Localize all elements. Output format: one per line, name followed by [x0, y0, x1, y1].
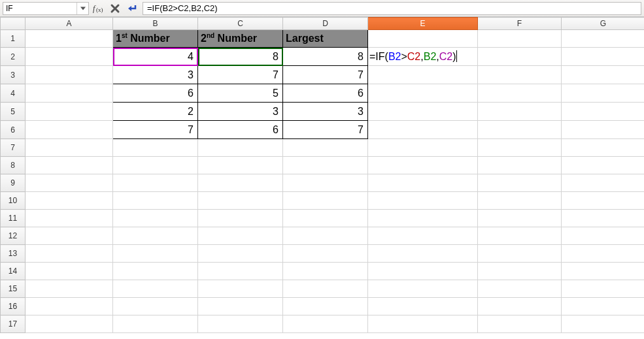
cell-E1[interactable]: [368, 30, 478, 48]
cell-D5[interactable]: 3: [283, 103, 368, 121]
select-all-corner[interactable]: [1, 18, 25, 30]
cell[interactable]: [283, 210, 368, 227]
cell[interactable]: [283, 263, 368, 280]
col-header-F[interactable]: F: [478, 18, 562, 30]
cell-E4[interactable]: [368, 84, 478, 103]
cell-G5[interactable]: [562, 103, 645, 121]
cell[interactable]: [562, 139, 645, 157]
cell-D4[interactable]: 6: [283, 84, 368, 103]
cell[interactable]: [198, 174, 283, 192]
cell[interactable]: [368, 245, 478, 263]
cell[interactable]: [198, 210, 283, 227]
row-header-8[interactable]: 8: [1, 157, 25, 174]
cell-A6[interactable]: [25, 121, 113, 139]
cell[interactable]: [198, 298, 283, 315]
cell-D3[interactable]: 7: [283, 66, 368, 84]
cell-F2[interactable]: [478, 48, 562, 66]
cell[interactable]: [113, 139, 198, 157]
cell[interactable]: [562, 157, 645, 174]
cell-E6[interactable]: [368, 121, 478, 139]
cell[interactable]: [198, 139, 283, 157]
row-header-2[interactable]: 2: [1, 48, 25, 66]
cell[interactable]: [198, 192, 283, 210]
name-box-dropdown[interactable]: [76, 3, 88, 14]
cell[interactable]: [562, 210, 645, 227]
cell[interactable]: [113, 263, 198, 280]
cell[interactable]: [283, 298, 368, 315]
row-header-5[interactable]: 5: [1, 103, 25, 121]
cell-B1[interactable]: 1st Number: [113, 30, 198, 48]
cell[interactable]: [478, 263, 562, 280]
cancel-button[interactable]: [107, 1, 123, 16]
cell[interactable]: [25, 263, 113, 280]
cell[interactable]: [113, 210, 198, 227]
cell[interactable]: [478, 315, 562, 333]
cell[interactable]: [25, 280, 113, 298]
cell[interactable]: [562, 298, 645, 315]
cell[interactable]: [562, 174, 645, 192]
cell[interactable]: [198, 280, 283, 298]
cell[interactable]: [198, 157, 283, 174]
name-box[interactable]: [3, 2, 89, 15]
cell-F4[interactable]: [478, 84, 562, 103]
row-header-14[interactable]: 14: [1, 263, 25, 280]
col-header-A[interactable]: A: [25, 18, 113, 30]
cell-G1[interactable]: [562, 30, 645, 48]
row-header-10[interactable]: 10: [1, 192, 25, 210]
cell[interactable]: [562, 263, 645, 280]
cell-F3[interactable]: [478, 66, 562, 84]
cell-E5[interactable]: [368, 103, 478, 121]
cell[interactable]: [25, 139, 113, 157]
cell[interactable]: [113, 227, 198, 245]
cell-C2[interactable]: 8: [198, 48, 283, 66]
row-header-6[interactable]: 6: [1, 121, 25, 139]
cell[interactable]: [198, 227, 283, 245]
cell[interactable]: [478, 227, 562, 245]
cell[interactable]: [283, 139, 368, 157]
cell-D1[interactable]: Largest: [283, 30, 368, 48]
cell[interactable]: [113, 192, 198, 210]
row-header-17[interactable]: 17: [1, 315, 25, 333]
cell[interactable]: [368, 157, 478, 174]
cell[interactable]: [562, 315, 645, 333]
cell[interactable]: [368, 298, 478, 315]
name-box-input[interactable]: [3, 3, 76, 14]
cell[interactable]: [478, 174, 562, 192]
cell[interactable]: [478, 210, 562, 227]
cell[interactable]: [283, 245, 368, 263]
col-header-E[interactable]: E: [368, 18, 478, 30]
function-wizard-button[interactable]: f (x): [90, 1, 106, 16]
cell-F6[interactable]: [478, 121, 562, 139]
cell-D6[interactable]: 7: [283, 121, 368, 139]
row-header-13[interactable]: 13: [1, 245, 25, 263]
row-header-3[interactable]: 3: [1, 66, 25, 84]
cell-G6[interactable]: [562, 121, 645, 139]
row-header-11[interactable]: 11: [1, 210, 25, 227]
cell[interactable]: [25, 210, 113, 227]
cell[interactable]: [198, 315, 283, 333]
cell[interactable]: [113, 245, 198, 263]
cell[interactable]: [478, 139, 562, 157]
cell[interactable]: [368, 192, 478, 210]
cell-A5[interactable]: [25, 103, 113, 121]
cell[interactable]: [368, 210, 478, 227]
col-header-B[interactable]: B: [113, 18, 198, 30]
cell[interactable]: [283, 227, 368, 245]
cell-A2[interactable]: [25, 48, 113, 66]
cell-C4[interactable]: 5: [198, 84, 283, 103]
cell[interactable]: [562, 280, 645, 298]
cell[interactable]: [113, 315, 198, 333]
cell[interactable]: [113, 174, 198, 192]
row-header-15[interactable]: 15: [1, 280, 25, 298]
cell[interactable]: [25, 298, 113, 315]
cell[interactable]: [25, 227, 113, 245]
cell-A1[interactable]: [25, 30, 113, 48]
cell-F1[interactable]: [478, 30, 562, 48]
cell[interactable]: [198, 263, 283, 280]
row-header-9[interactable]: 9: [1, 174, 25, 192]
cell[interactable]: [368, 174, 478, 192]
cell[interactable]: [368, 280, 478, 298]
cell[interactable]: [25, 245, 113, 263]
row-header-4[interactable]: 4: [1, 84, 25, 103]
cell[interactable]: [368, 227, 478, 245]
